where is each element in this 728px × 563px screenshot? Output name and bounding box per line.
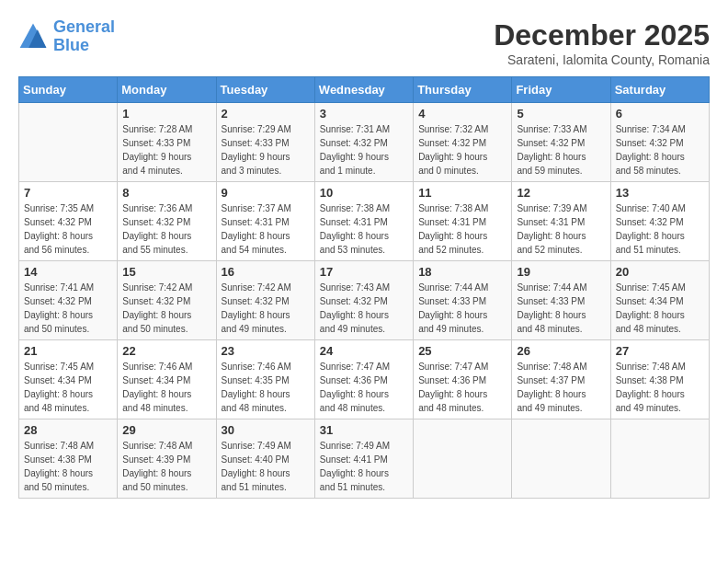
calendar-table: SundayMondayTuesdayWednesdayThursdayFrid… (18, 76, 710, 499)
day-info: Sunrise: 7:48 AMSunset: 4:37 PMDaylight:… (517, 360, 605, 415)
day-number: 2 (222, 107, 310, 121)
calendar-cell: 25Sunrise: 7:47 AMSunset: 4:36 PMDayligh… (414, 340, 512, 419)
day-number: 18 (418, 265, 506, 279)
day-info: Sunrise: 7:49 AMSunset: 4:41 PMDaylight:… (320, 439, 408, 494)
day-info: Sunrise: 7:40 AMSunset: 4:32 PMDaylight:… (616, 201, 704, 257)
header-saturday: Saturday (610, 77, 709, 103)
day-info: Sunrise: 7:49 AMSunset: 4:40 PMDaylight:… (222, 439, 310, 494)
calendar-cell: 30Sunrise: 7:49 AMSunset: 4:40 PMDayligh… (216, 419, 314, 499)
day-number: 15 (122, 265, 210, 279)
calendar-cell: 28Sunrise: 7:48 AMSunset: 4:38 PMDayligh… (19, 419, 118, 499)
title-area: December 2025 Sarateni, Ialomita County,… (494, 18, 710, 67)
week-row-4: 21Sunrise: 7:45 AMSunset: 4:34 PMDayligh… (19, 340, 710, 419)
day-info: Sunrise: 7:35 AMSunset: 4:32 PMDaylight:… (24, 201, 112, 257)
calendar-cell: 4Sunrise: 7:32 AMSunset: 4:32 PMDaylight… (414, 103, 512, 182)
day-number: 17 (320, 265, 408, 279)
calendar-cell: 3Sunrise: 7:31 AMSunset: 4:32 PMDaylight… (314, 103, 413, 182)
day-number: 1 (122, 107, 210, 121)
day-number: 29 (122, 423, 210, 437)
day-info: Sunrise: 7:45 AMSunset: 4:34 PMDaylight:… (24, 360, 112, 415)
calendar-cell (19, 103, 118, 182)
day-number: 25 (418, 344, 506, 358)
day-info: Sunrise: 7:37 AMSunset: 4:31 PMDaylight:… (222, 201, 310, 257)
day-number: 28 (24, 423, 112, 437)
page-header: General Blue December 2025 Sarateni, Ial… (18, 18, 710, 67)
day-number: 27 (616, 344, 704, 358)
header-tuesday: Tuesday (216, 77, 314, 103)
header-row: SundayMondayTuesdayWednesdayThursdayFrid… (19, 77, 710, 103)
calendar-cell: 17Sunrise: 7:43 AMSunset: 4:32 PMDayligh… (314, 261, 413, 340)
header-friday: Friday (512, 77, 610, 103)
calendar-cell: 14Sunrise: 7:41 AMSunset: 4:32 PMDayligh… (19, 261, 118, 340)
calendar-cell: 27Sunrise: 7:48 AMSunset: 4:38 PMDayligh… (610, 340, 709, 419)
calendar-cell: 1Sunrise: 7:28 AMSunset: 4:33 PMDaylight… (118, 103, 216, 182)
calendar-cell: 7Sunrise: 7:35 AMSunset: 4:32 PMDaylight… (19, 182, 118, 261)
day-info: Sunrise: 7:45 AMSunset: 4:34 PMDaylight:… (616, 281, 704, 336)
calendar-cell: 5Sunrise: 7:33 AMSunset: 4:32 PMDaylight… (512, 103, 610, 182)
day-info: Sunrise: 7:29 AMSunset: 4:33 PMDaylight:… (222, 122, 310, 178)
day-info: Sunrise: 7:28 AMSunset: 4:33 PMDaylight:… (122, 122, 210, 178)
day-number: 14 (24, 265, 112, 279)
calendar-cell: 29Sunrise: 7:48 AMSunset: 4:39 PMDayligh… (118, 419, 216, 499)
day-number: 23 (222, 344, 310, 358)
week-row-2: 7Sunrise: 7:35 AMSunset: 4:32 PMDaylight… (19, 182, 710, 261)
calendar-cell: 10Sunrise: 7:38 AMSunset: 4:31 PMDayligh… (314, 182, 413, 261)
calendar-cell (512, 419, 610, 499)
day-number: 31 (320, 423, 408, 437)
calendar-cell: 23Sunrise: 7:46 AMSunset: 4:35 PMDayligh… (216, 340, 314, 419)
day-info: Sunrise: 7:39 AMSunset: 4:31 PMDaylight:… (517, 201, 605, 257)
day-number: 26 (517, 344, 605, 358)
day-number: 21 (24, 344, 112, 358)
day-info: Sunrise: 7:42 AMSunset: 4:32 PMDaylight:… (122, 281, 210, 336)
header-sunday: Sunday (19, 77, 118, 103)
day-number: 4 (418, 107, 506, 121)
calendar-cell: 20Sunrise: 7:45 AMSunset: 4:34 PMDayligh… (610, 261, 709, 340)
calendar-cell: 21Sunrise: 7:45 AMSunset: 4:34 PMDayligh… (19, 340, 118, 419)
location-subtitle: Sarateni, Ialomita County, Romania (494, 52, 710, 67)
calendar-cell: 11Sunrise: 7:38 AMSunset: 4:31 PMDayligh… (414, 182, 512, 261)
day-info: Sunrise: 7:34 AMSunset: 4:32 PMDaylight:… (616, 122, 704, 178)
day-info: Sunrise: 7:44 AMSunset: 4:33 PMDaylight:… (517, 281, 605, 336)
calendar-cell: 24Sunrise: 7:47 AMSunset: 4:36 PMDayligh… (314, 340, 413, 419)
day-number: 5 (517, 107, 605, 121)
logo: General Blue (18, 18, 115, 55)
day-info: Sunrise: 7:48 AMSunset: 4:39 PMDaylight:… (122, 439, 210, 494)
day-info: Sunrise: 7:38 AMSunset: 4:31 PMDaylight:… (320, 201, 408, 257)
calendar-cell: 18Sunrise: 7:44 AMSunset: 4:33 PMDayligh… (414, 261, 512, 340)
month-title: December 2025 (494, 18, 710, 52)
day-info: Sunrise: 7:47 AMSunset: 4:36 PMDaylight:… (320, 360, 408, 415)
logo-icon (18, 22, 48, 52)
day-info: Sunrise: 7:42 AMSunset: 4:32 PMDaylight:… (222, 281, 310, 336)
day-number: 8 (122, 186, 210, 200)
day-number: 7 (24, 186, 112, 200)
day-number: 13 (616, 186, 704, 200)
logo-line2: Blue (53, 36, 89, 54)
header-monday: Monday (118, 77, 216, 103)
logo-text: General Blue (53, 18, 115, 55)
day-number: 22 (122, 344, 210, 358)
calendar-cell: 22Sunrise: 7:46 AMSunset: 4:34 PMDayligh… (118, 340, 216, 419)
calendar-cell: 8Sunrise: 7:36 AMSunset: 4:32 PMDaylight… (118, 182, 216, 261)
calendar-cell: 31Sunrise: 7:49 AMSunset: 4:41 PMDayligh… (314, 419, 413, 499)
day-number: 20 (616, 265, 704, 279)
day-info: Sunrise: 7:32 AMSunset: 4:32 PMDaylight:… (418, 122, 506, 178)
week-row-1: 1Sunrise: 7:28 AMSunset: 4:33 PMDaylight… (19, 103, 710, 182)
day-number: 10 (320, 186, 408, 200)
day-info: Sunrise: 7:43 AMSunset: 4:32 PMDaylight:… (320, 281, 408, 336)
day-info: Sunrise: 7:48 AMSunset: 4:38 PMDaylight:… (616, 360, 704, 415)
day-number: 19 (517, 265, 605, 279)
calendar-cell: 19Sunrise: 7:44 AMSunset: 4:33 PMDayligh… (512, 261, 610, 340)
day-info: Sunrise: 7:44 AMSunset: 4:33 PMDaylight:… (418, 281, 506, 336)
day-info: Sunrise: 7:47 AMSunset: 4:36 PMDaylight:… (418, 360, 506, 415)
day-number: 16 (222, 265, 310, 279)
calendar-cell: 9Sunrise: 7:37 AMSunset: 4:31 PMDaylight… (216, 182, 314, 261)
day-info: Sunrise: 7:33 AMSunset: 4:32 PMDaylight:… (517, 122, 605, 178)
calendar-cell: 2Sunrise: 7:29 AMSunset: 4:33 PMDaylight… (216, 103, 314, 182)
header-thursday: Thursday (414, 77, 512, 103)
logo-line1: General (53, 17, 115, 36)
header-wednesday: Wednesday (314, 77, 413, 103)
day-number: 3 (320, 107, 408, 121)
week-row-3: 14Sunrise: 7:41 AMSunset: 4:32 PMDayligh… (19, 261, 710, 340)
day-number: 24 (320, 344, 408, 358)
week-row-5: 28Sunrise: 7:48 AMSunset: 4:38 PMDayligh… (19, 419, 710, 499)
